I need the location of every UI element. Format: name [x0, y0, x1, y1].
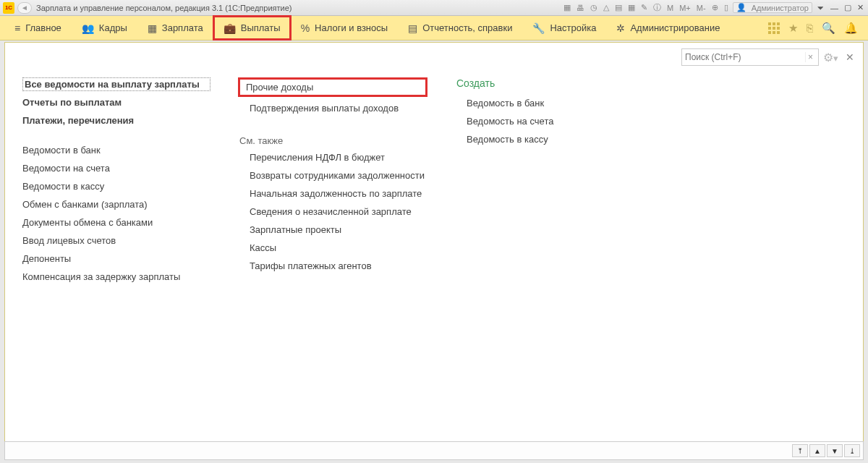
menu-zarplata-label: Зарплата	[162, 22, 203, 33]
bell-icon[interactable]: 🔔	[844, 22, 858, 35]
link-all-statements[interactable]: Все ведомости на выплату зарплаты	[22, 77, 210, 91]
menu-nastroyka-label: Настройка	[550, 22, 596, 33]
link-vozvraty[interactable]: Возвраты сотрудниками задолженности	[239, 169, 427, 182]
link-payments[interactable]: Платежи, перечисления	[22, 114, 210, 127]
menu-kadry-label: Кадры	[99, 22, 127, 33]
link-docs-obmen[interactable]: Документы обмена с банками	[22, 216, 210, 229]
wrench-icon: 🔧	[532, 22, 545, 34]
column-create: Создать Ведомость в банк Ведомость на сч…	[456, 77, 616, 284]
admin-label: Администратор	[750, 4, 810, 12]
gear-icon: ✲	[616, 22, 625, 34]
apps-grid-icon[interactable]	[768, 22, 780, 34]
titlebar: 1C ◄ Зарплата и управление персоналом, р…	[0, 0, 868, 16]
search-clear-button[interactable]: ×	[805, 52, 815, 62]
settings-gear-icon[interactable]: ⚙▾	[823, 51, 838, 64]
link-prochie-dokhody[interactable]: Прочие доходы	[246, 80, 313, 94]
user-icon: 👤	[735, 3, 748, 12]
panel-close-button[interactable]: ✕	[843, 51, 857, 63]
zoom-icon[interactable]: ⊕	[710, 3, 720, 12]
wallet-icon: 💼	[224, 22, 236, 34]
create-vedomost-scheta[interactable]: Ведомость на счета	[456, 114, 616, 128]
workspace: × ⚙▾ ✕ Все ведомости на выплату зарплаты…	[4, 42, 864, 444]
star-icon[interactable]: ★	[788, 22, 798, 35]
menu-right-tools: ★ ⎘ 🔍 🔔	[768, 16, 864, 40]
link-kompensatsiya[interactable]: Компенсация за задержку зарплаты	[22, 270, 210, 284]
minimize-button[interactable]: —	[829, 4, 840, 12]
maximize-button[interactable]: ▢	[843, 3, 853, 12]
menu-otchetnost-label: Отчетность, справки	[422, 22, 512, 33]
search-box[interactable]: ×	[681, 48, 819, 66]
cal-icon[interactable]: ✎	[639, 3, 649, 12]
link-reports[interactable]: Отчеты по выплатам	[22, 95, 210, 109]
section-see-also: См. также	[239, 131, 427, 146]
save-icon[interactable]: ▤	[613, 3, 624, 12]
menu-main-label: Главное	[25, 22, 61, 33]
close-button[interactable]: ✕	[856, 3, 865, 12]
clock-icon[interactable]: ◷	[589, 3, 599, 12]
function-columns: Все ведомости на выплату зарплаты Отчеты…	[5, 43, 863, 284]
titlebar-toolbar: ▦ 🖶 ◷ △ ▤ ▦ ✎ ⓘ M M+ M- ⊕ ▯ 👤 Администра…	[562, 2, 865, 13]
create-heading: Создать	[456, 77, 616, 92]
window-title: Зарплата и управление персоналом, редакц…	[36, 4, 292, 12]
link-kassy[interactable]: Кассы	[239, 241, 427, 255]
menu-vyplaty-label: Выплаты	[241, 22, 281, 33]
workspace-toolbar: × ⚙▾ ✕	[681, 48, 857, 66]
report-icon: ▤	[408, 22, 417, 34]
admin-badge[interactable]: 👤 Администратор	[733, 2, 812, 13]
scroll-down-button[interactable]: ▼	[827, 444, 843, 457]
menu-main[interactable]: ≡ Главное	[4, 16, 72, 40]
m-icon[interactable]: M	[665, 4, 675, 12]
mminus-icon[interactable]: M-	[695, 4, 707, 12]
search-input[interactable]	[685, 52, 805, 62]
percent-icon: %	[301, 22, 310, 34]
bottom-toolbar: ⤒ ▲ ▼ ⤓	[4, 441, 864, 460]
link-prochie-dokhody-highlight: Прочие доходы	[238, 77, 427, 97]
create-vedomost-bank[interactable]: Ведомость в банк	[456, 96, 616, 110]
info-icon[interactable]: ⓘ	[652, 2, 663, 13]
calc-icon[interactable]: ▦	[562, 3, 572, 12]
menu-nastroyka[interactable]: 🔧 Настройка	[522, 16, 606, 40]
create-vedomost-kassa[interactable]: Ведомость в кассу	[456, 132, 616, 146]
people-icon: 👥	[82, 22, 94, 34]
menu-kadry[interactable]: 👥 Кадры	[72, 16, 137, 40]
scroll-top-button[interactable]: ⤒	[792, 444, 808, 457]
link-tarify-agentov[interactable]: Тарифы платежных агентов	[239, 259, 427, 273]
menu-admin-label: Администрирование	[630, 22, 720, 33]
doc-icon[interactable]: ▯	[723, 3, 730, 12]
table-icon: ▦	[148, 22, 157, 34]
back-button[interactable]: ◄	[17, 2, 32, 14]
grid-icon[interactable]: ▦	[626, 3, 637, 12]
link-licevye-scheta[interactable]: Ввод лицевых счетов	[22, 234, 210, 247]
menu-nalogi-label: Налоги и взносы	[315, 22, 388, 33]
link-vedomosti-bank[interactable]: Ведомости в банк	[22, 143, 210, 157]
help-dropdown-icon[interactable]: ⏷	[815, 4, 826, 12]
link-nach-zadolzh[interactable]: Начальная задолженность по зарплате	[239, 187, 427, 200]
link-obmen-bank[interactable]: Обмен с банками (зарплата)	[22, 197, 210, 211]
link-podtverzhdeniya[interactable]: Подтверждения выплаты доходов	[239, 101, 427, 115]
link-perechisleniya-ndfl[interactable]: Перечисления НДФЛ в бюджет	[239, 150, 427, 164]
menu-admin[interactable]: ✲ Администрирование	[606, 16, 730, 40]
menu-zarplata[interactable]: ▦ Зарплата	[137, 16, 213, 40]
column-statements: Все ведомости на выплату зарплаты Отчеты…	[22, 77, 210, 284]
column-other: Прочие доходы Подтверждения выплаты дохо…	[239, 77, 427, 284]
menu-nalogi[interactable]: % Налоги и взносы	[291, 16, 399, 40]
menu-otchetnost[interactable]: ▤ Отчетность, справки	[398, 16, 522, 40]
main-menu: ≡ Главное 👥 Кадры ▦ Зарплата 💼 Выплаты %…	[0, 16, 868, 41]
scroll-up-button[interactable]: ▲	[809, 444, 825, 457]
mplus-icon[interactable]: M+	[678, 4, 692, 12]
link-deponenty[interactable]: Депоненты	[22, 252, 210, 266]
scroll-bottom-button[interactable]: ⤓	[844, 444, 860, 457]
search-icon[interactable]: 🔍	[822, 22, 835, 35]
up-icon[interactable]: △	[602, 3, 610, 12]
menu-vyplaty[interactable]: 💼 Выплаты	[213, 16, 291, 40]
copy-icon[interactable]: ⎘	[807, 22, 813, 34]
link-svedeniya-nezach[interactable]: Сведения о незачисленной зарплате	[239, 205, 427, 218]
app-logo: 1C	[3, 2, 14, 14]
print-icon[interactable]: 🖶	[575, 4, 586, 12]
link-vedomosti-scheta[interactable]: Ведомости на счета	[22, 161, 210, 175]
link-vedomosti-kassa[interactable]: Ведомости в кассу	[22, 179, 210, 193]
menu-main-icon: ≡	[14, 22, 20, 34]
link-zarplatnye-proekty[interactable]: Зарплатные проекты	[239, 223, 427, 237]
